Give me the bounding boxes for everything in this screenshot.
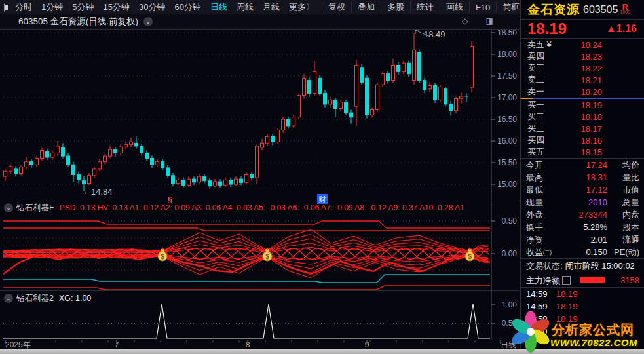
svg-text:$: $ (468, 253, 472, 260)
stat-row: 换手5.28%股本 (521, 221, 644, 233)
btn-drawline[interactable]: 画线 (440, 1, 470, 13)
stat-row: 最高18.31量比 (521, 171, 644, 184)
svg-text:←14.84: ←14.84 (83, 187, 113, 197)
bid-row[interactable]: 买三18.17 (521, 123, 644, 134)
watermark-title: 分析家公式网 (552, 321, 634, 339)
tick-row: 14:5918.19 (521, 288, 644, 300)
watermark-url[interactable]: WWW.70822.COM (550, 337, 637, 348)
tab-60min[interactable]: 60分钟 (174, 1, 200, 13)
svg-text:15.00: 15.00 (497, 180, 517, 189)
toolbar: 分时 1分钟 5分钟 15分钟 30分钟 60分钟 日线 周线 月线 更多〉 复… (0, 0, 520, 15)
svg-text:9: 9 (365, 340, 369, 349)
svg-text:$: $ (265, 253, 269, 260)
svg-text:7: 7 (115, 340, 119, 349)
trade-status: 交易状态: 闭市阶段 15:00:02 (521, 259, 644, 273)
svg-text:8: 8 (246, 340, 250, 349)
indicator1-header: ⌄ 钻石利器F PSD: 0.13 HV: 0.13 A1: 0.12 A2: … (4, 203, 464, 213)
collapse-icon[interactable]: ⌄ (4, 294, 13, 303)
svg-text:17.00: 17.00 (497, 93, 517, 102)
main-force-row[interactable]: 主力净额 3158 (521, 273, 644, 287)
stock-header: 金石资源 603505 R 1000 (521, 0, 644, 20)
svg-text:15.50: 15.50 (497, 158, 517, 167)
chart-titlebar: 603505 金石资源(日线.前复权) ⌄ ◇ ◨ (0, 14, 520, 29)
stock-name: 金石资源 (527, 1, 580, 18)
ask-row[interactable]: 卖三18.22 (521, 62, 644, 74)
btn-stats[interactable]: 统计 (411, 1, 440, 13)
indicator2-value: XG: 1.00 (59, 294, 91, 303)
tab-monthly[interactable]: 月线 (263, 1, 280, 13)
chart-corner-icons[interactable]: ◇ ◨ (462, 16, 501, 26)
svg-text:18.49: 18.49 (424, 30, 445, 39)
tab-fenshi[interactable]: 分时 (15, 1, 32, 13)
stock-code: 603505 (583, 4, 618, 16)
tab-daily[interactable]: 日线 (210, 1, 227, 13)
stat-row: 收益㈡0.150PE(动) (521, 246, 644, 258)
margin-badge: R 1000 (620, 5, 630, 15)
app-window: 18.5018.0017.5017.0016.5016.0015.5015.00… (0, 0, 644, 354)
price-header: 18.19 ▲1.16 (521, 20, 644, 39)
btn-f10[interactable]: F10 (470, 3, 497, 12)
watermark: 分析家公式网 WWW.70822.COM (511, 305, 644, 354)
ask-row[interactable]: 卖五 ¥18.24 (521, 39, 644, 50)
price-change: ▲1.16 (606, 23, 637, 35)
svg-text:17.50: 17.50 (497, 71, 517, 81)
candles (4, 33, 474, 191)
net-inflow-bar (580, 277, 605, 283)
tab-1min[interactable]: 1分钟 (41, 1, 63, 13)
tab-30min[interactable]: 30分钟 (139, 1, 165, 13)
stat-row: 外盘273344内盘 (521, 208, 644, 221)
tab-weekly[interactable]: 周线 (237, 1, 254, 13)
indicator1-values: PSD: 0.13 HV: 0.13 A1: 0.12 A2: 0.09 A3:… (60, 203, 464, 212)
last-price: 18.19 (527, 20, 567, 38)
bid-row[interactable]: 买五18.15 (521, 146, 644, 158)
tab-15min[interactable]: 15分钟 (103, 1, 129, 13)
layout-toggle-icon[interactable] (4, 3, 5, 12)
chevron-down-icon[interactable]: ⌄ (143, 17, 153, 26)
list-icon (562, 276, 571, 285)
svg-text:16.00: 16.00 (497, 136, 517, 146)
svg-text:0.00: 0.00 (502, 249, 518, 258)
net-inflow-value: 3158 (605, 275, 639, 285)
ask-row[interactable]: 卖四18.23 (521, 50, 644, 62)
svg-text:18.50: 18.50 (497, 28, 517, 37)
btn-fuquan[interactable]: 复权 (322, 1, 352, 13)
stat-row: 今开17.24均价 (521, 159, 644, 171)
flower-logo (511, 305, 554, 354)
stat-row: 最低17.12市值 (521, 184, 644, 196)
tab-more[interactable]: 更多〉 (289, 1, 314, 13)
svg-text:16.50: 16.50 (497, 115, 517, 124)
stat-row: 净资2.01流通 (521, 233, 644, 246)
svg-text:18.00: 18.00 (497, 50, 517, 59)
bid-row[interactable]: 买四18.16 (521, 134, 644, 146)
bid-row[interactable]: 买一18.19 (521, 99, 644, 111)
btn-overlay[interactable]: 叠加 (352, 1, 381, 13)
bid-row[interactable]: 买二18.18 (521, 111, 644, 123)
chart-title: 603505 金石资源(日线.前复权) (18, 16, 138, 28)
indicator2-name[interactable]: 钻石利器2 (16, 293, 54, 304)
indicator1-name[interactable]: 钻石利器F (16, 203, 54, 214)
stat-row: 现量2010总量 (521, 196, 644, 208)
period-tabs: 分时 1分钟 5分钟 15分钟 30分钟 60分钟 日线 周线 月线 更多〉 (10, 1, 319, 13)
svg-text:2025年: 2025年 (5, 340, 31, 349)
btn-multistock[interactable]: 多股 (381, 1, 411, 13)
svg-text:0.50: 0.50 (502, 216, 518, 226)
ask-row[interactable]: 卖一18.20 (521, 86, 644, 98)
svg-text:$: $ (161, 253, 164, 260)
tab-5min[interactable]: 5分钟 (72, 1, 94, 13)
quote-panel: 金石资源 603505 R 1000 18.19 ▲1.16 卖五 ¥18.24… (520, 0, 644, 349)
indicator2-header: ⌄ 钻石利器2 XG: 1.00 (4, 293, 91, 304)
ask-row[interactable]: 卖二18.21 (521, 74, 644, 86)
collapse-icon[interactable]: ⌄ (4, 203, 13, 212)
